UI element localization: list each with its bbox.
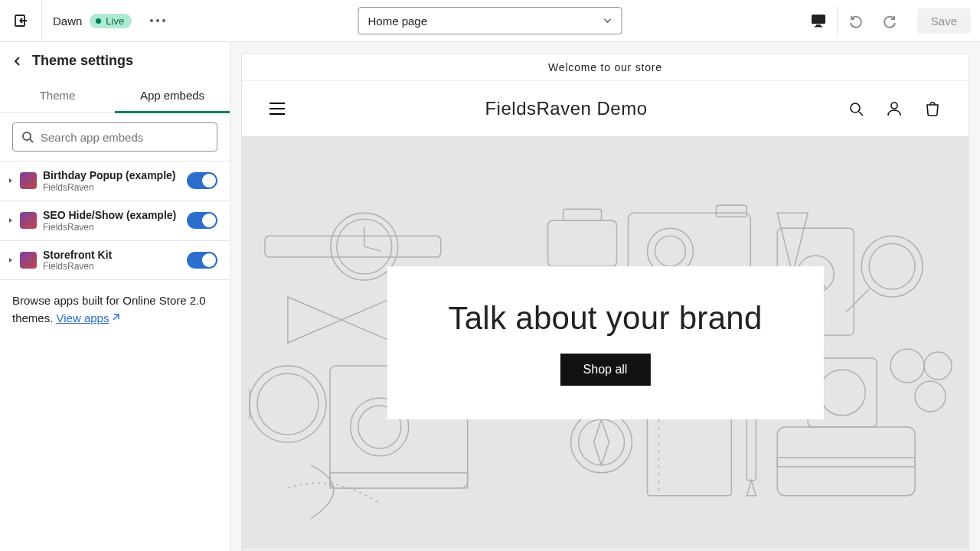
menu-button[interactable] — [270, 103, 285, 115]
theme-status-badge: Live — [90, 14, 132, 28]
app-embed-row: SEO Hide/Show (example) FieldsRaven — [0, 201, 230, 241]
search-app-embeds[interactable] — [12, 122, 217, 152]
embed-toggle[interactable] — [187, 212, 217, 229]
external-link-icon — [111, 313, 120, 322]
store-title: FieldsRaven Demo — [485, 98, 647, 119]
embed-toggle[interactable] — [187, 252, 217, 269]
app-icon — [20, 172, 37, 189]
more-actions-button[interactable] — [145, 15, 170, 27]
expand-toggle[interactable] — [8, 217, 14, 223]
embed-title: Birthday Popup (example) — [43, 169, 181, 182]
caret-right-icon — [8, 178, 14, 184]
svg-rect-3 — [815, 26, 822, 28]
hero-section: Talk about your brand Shop all — [242, 136, 969, 549]
embed-toggle[interactable] — [187, 172, 217, 189]
svg-point-13 — [257, 373, 318, 435]
svg-rect-2 — [816, 24, 821, 26]
save-button: Save — [917, 8, 971, 34]
account-icon[interactable] — [886, 100, 903, 117]
browse-apps-text: Browse apps built for Online Store 2.0 t… — [0, 280, 230, 339]
divider — [837, 5, 838, 36]
svg-point-28 — [869, 243, 915, 289]
hero-heading: Talk about your brand — [448, 300, 762, 337]
tab-theme[interactable]: Theme — [0, 78, 115, 113]
embed-title: SEO Hide/Show (example) — [43, 209, 181, 222]
caret-right-icon — [8, 217, 14, 223]
app-icon — [20, 252, 37, 269]
tab-app-embeds[interactable]: App embeds — [115, 78, 230, 113]
cart-icon[interactable] — [924, 100, 941, 117]
svg-rect-1 — [812, 15, 825, 24]
svg-rect-38 — [777, 427, 915, 496]
viewport-desktop-button[interactable] — [802, 4, 835, 37]
search-icon[interactable] — [848, 100, 864, 117]
svg-point-4 — [23, 132, 31, 140]
theme-preview-canvas: Welcome to our store FieldsRaven Demo — [241, 53, 969, 551]
svg-rect-41 — [777, 458, 915, 467]
expand-toggle[interactable] — [8, 178, 14, 184]
svg-point-31 — [915, 381, 946, 412]
svg-point-27 — [861, 236, 923, 297]
embed-subtitle: FieldsRaven — [43, 222, 181, 233]
page-selector-label: Home page — [368, 15, 428, 28]
undo-icon — [848, 13, 864, 28]
svg-point-29 — [890, 349, 924, 383]
hero-card: Talk about your brand Shop all — [387, 266, 823, 419]
svg-rect-7 — [265, 236, 441, 257]
back-icon[interactable] — [12, 56, 23, 67]
svg-point-22 — [655, 236, 685, 266]
theme-name: Dawn — [53, 15, 82, 28]
svg-line-11 — [364, 246, 381, 251]
announcement-bar: Welcome to our store — [242, 54, 969, 81]
redo-icon — [882, 13, 897, 28]
page-selector-dropdown[interactable]: Home page — [358, 7, 622, 34]
redo-button[interactable] — [873, 4, 906, 37]
svg-point-40 — [819, 370, 865, 416]
caret-right-icon — [8, 257, 14, 263]
desktop-icon — [810, 13, 827, 28]
svg-rect-23 — [716, 205, 746, 217]
app-embed-row: Storefront Kit FieldsRaven — [0, 241, 230, 281]
svg-point-6 — [891, 103, 897, 109]
app-icon — [20, 212, 37, 229]
embed-subtitle: FieldsRaven — [43, 182, 181, 193]
expand-toggle[interactable] — [8, 257, 14, 263]
chevron-down-icon — [603, 16, 612, 25]
status-dot-icon — [96, 18, 101, 24]
search-icon — [21, 130, 34, 144]
svg-point-5 — [851, 103, 860, 112]
embed-subtitle: FieldsRaven — [43, 261, 181, 272]
status-label: Live — [106, 15, 124, 27]
view-apps-link[interactable]: View apps — [57, 311, 121, 324]
svg-point-33 — [579, 419, 625, 465]
app-embed-row: Birthday Popup (example) FieldsRaven — [0, 161, 230, 201]
svg-rect-18 — [548, 220, 617, 266]
svg-point-30 — [924, 352, 952, 380]
svg-point-12 — [250, 366, 326, 442]
search-input[interactable] — [41, 131, 209, 144]
undo-button[interactable] — [839, 4, 873, 37]
exit-editor-button[interactable] — [0, 0, 42, 42]
sidebar-title: Theme settings — [32, 53, 133, 69]
svg-rect-17 — [330, 473, 468, 488]
exit-icon — [13, 13, 28, 28]
svg-rect-19 — [564, 209, 602, 220]
hero-cta-button[interactable]: Shop all — [560, 354, 651, 386]
embed-title: Storefront Kit — [43, 249, 181, 262]
